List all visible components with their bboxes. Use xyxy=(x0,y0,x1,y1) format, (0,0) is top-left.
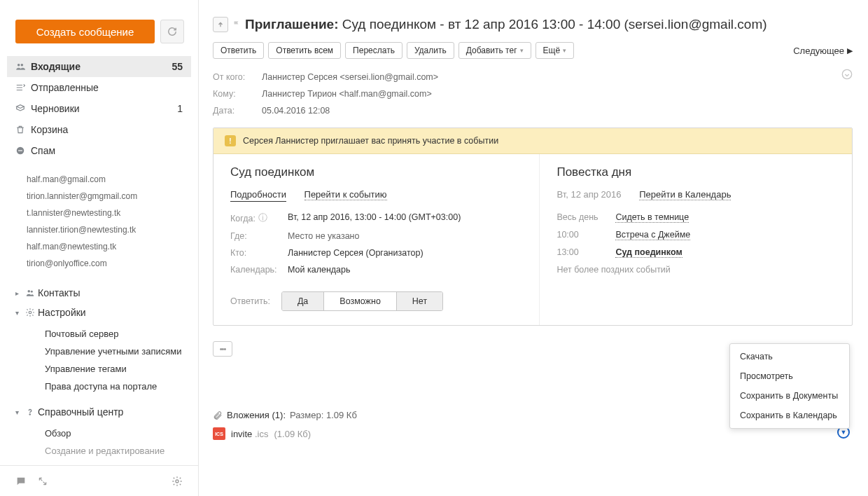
svg-rect-3 xyxy=(18,150,22,151)
account-item[interactable]: lannister.tirion@newtesting.tk xyxy=(27,221,183,238)
reply-all-button[interactable]: Ответить всем xyxy=(268,42,341,59)
invite-details-col: Суд поединком Подробности Перейти к собы… xyxy=(214,154,540,325)
tab-details[interactable]: Подробности xyxy=(230,189,286,202)
paperclip-icon xyxy=(213,411,223,420)
collapse-toggle[interactable]: ••• xyxy=(213,341,232,357)
contacts-label: Контакты xyxy=(38,287,80,298)
menu-download[interactable]: Скачать xyxy=(730,347,849,366)
reply-button[interactable]: Ответить xyxy=(213,42,264,59)
warning-icon: ! xyxy=(225,135,236,146)
gear-icon xyxy=(25,308,38,317)
drafts-icon xyxy=(15,104,31,113)
date-value: 05.04.2016 12:08 xyxy=(262,106,330,116)
svg-point-1 xyxy=(21,64,23,67)
settings-item[interactable]: Права доступа на портале xyxy=(45,378,198,395)
expand-icon[interactable] xyxy=(38,476,48,486)
date-label: Дата: xyxy=(213,106,262,116)
agenda-col: Повестка дня Вт, 12 апр 2016 Перейти в К… xyxy=(540,154,852,325)
folder-sent[interactable]: Отправленные xyxy=(7,77,191,98)
subject: Приглашение: Суд поединком - вт 12 апр 2… xyxy=(245,17,767,32)
folder-label: Корзина xyxy=(31,124,183,135)
sent-icon xyxy=(15,83,31,92)
response-toggle: Да Возможно Нет xyxy=(281,291,443,311)
account-list: half.man@gmail.com tirion.lannister@gmgm… xyxy=(0,171,198,283)
trash-icon xyxy=(15,125,31,135)
menu-preview[interactable]: Просмотреть xyxy=(730,366,849,386)
flag-icon[interactable] xyxy=(232,20,241,29)
contacts-icon xyxy=(25,288,38,298)
menu-save-calendar[interactable]: Сохранить в Календарь xyxy=(730,406,849,425)
attach-size: Размер: 1.09 Кб xyxy=(290,410,357,420)
settings-label: Настройки xyxy=(38,307,86,318)
info-icon: ⓘ xyxy=(258,212,267,224)
account-item[interactable]: half.man@newtesting.tk xyxy=(27,238,183,255)
svg-point-5 xyxy=(31,291,33,293)
agenda-title: Повестка дня xyxy=(556,165,835,179)
sidebar-footer xyxy=(0,465,198,496)
svg-point-9 xyxy=(842,69,851,78)
folder-label: Черновики xyxy=(31,103,177,114)
when-value: Вт, 12 апр 2016, 13:00 - 14:00 (GMT+03:0… xyxy=(288,212,461,224)
meta-expand-icon[interactable] xyxy=(841,69,853,80)
attach-file-name: invite xyxy=(231,429,252,439)
help-item[interactable]: Обзор xyxy=(45,425,198,442)
folder-trash[interactable]: Корзина xyxy=(7,119,191,140)
where-label: Где: xyxy=(230,231,288,241)
calendar-value: Мой календарь xyxy=(288,265,351,275)
invite-banner: ! Серсея Ланнистер приглашает вас принят… xyxy=(214,128,852,154)
where-value: Место не указано xyxy=(288,231,359,241)
goto-calendar-link[interactable]: Перейти в Календарь xyxy=(639,189,731,200)
caret-right-icon: ▸ xyxy=(15,289,25,297)
agenda-event-link[interactable]: Встреча с Джейме xyxy=(615,230,690,240)
account-item[interactable]: tirion.lannister@gmgmail.com xyxy=(27,188,183,205)
invite-card: ! Серсея Ланнистер приглашает вас принят… xyxy=(213,128,853,326)
to-label: Кому: xyxy=(213,89,262,99)
back-button[interactable] xyxy=(213,17,228,32)
contacts-section[interactable]: ▸ Контакты xyxy=(0,283,198,303)
svg-point-6 xyxy=(29,311,31,314)
attach-file-size: (1.09 Кб) xyxy=(274,429,311,439)
refresh-icon xyxy=(167,27,177,36)
agenda-date: Вт, 12 апр 2016 xyxy=(556,189,621,200)
attachment-context-menu: Скачать Просмотреть Сохранить в Документ… xyxy=(729,343,850,429)
goto-event-link[interactable]: Перейти к событию xyxy=(304,189,387,200)
help-label: Справочный центр xyxy=(38,406,123,418)
response-yes[interactable]: Да xyxy=(282,292,324,310)
more-button[interactable]: Ещё▾ xyxy=(536,42,575,59)
add-tag-button[interactable]: Добавить тег▾ xyxy=(458,42,531,59)
folder-label: Спам xyxy=(31,145,183,156)
settings-item[interactable]: Почтовый сервер xyxy=(45,325,198,343)
settings-section[interactable]: ▾ Настройки xyxy=(0,303,198,322)
help-submenu: Обзор Создание и редактирование xyxy=(0,422,198,460)
calendar-label: Календарь: xyxy=(230,265,288,275)
refresh-button[interactable] xyxy=(160,20,184,43)
account-item[interactable]: tirion@onlyoffice.com xyxy=(27,255,183,272)
svg-point-4 xyxy=(28,290,31,293)
response-no[interactable]: Нет xyxy=(397,292,442,310)
delete-button[interactable]: Удалить xyxy=(407,42,454,59)
settings-gear-icon[interactable] xyxy=(172,476,183,487)
response-maybe[interactable]: Возможно xyxy=(324,292,397,310)
agenda-event-link[interactable]: Сидеть в темнице xyxy=(615,212,689,223)
next-message-link[interactable]: Следующее▶ xyxy=(793,46,853,56)
folder-inbox[interactable]: Входящие 55 xyxy=(7,56,191,77)
folder-count: 55 xyxy=(172,61,183,72)
account-item[interactable]: t.lannister@newtesting.tk xyxy=(27,205,183,221)
settings-item[interactable]: Управление тегами xyxy=(45,360,198,378)
spam-icon xyxy=(15,146,31,156)
folder-list: Входящие 55 Отправленные Черновики 1 Кор… xyxy=(0,56,198,171)
settings-item[interactable]: Управление учетными записями xyxy=(45,343,198,360)
help-section[interactable]: ▾ Справочный центр xyxy=(0,402,198,422)
chat-icon[interactable] xyxy=(15,476,27,487)
help-item[interactable]: Создание и редактирование xyxy=(45,442,198,460)
compose-button[interactable]: Создать сообщение xyxy=(15,20,155,43)
folder-drafts[interactable]: Черновики 1 xyxy=(7,98,191,119)
svg-point-0 xyxy=(18,64,20,67)
attachment-item[interactable]: ICS invite .ics (1.09 Кб) xyxy=(213,427,853,440)
folder-spam[interactable]: Спам xyxy=(7,140,191,161)
forward-button[interactable]: Переслать xyxy=(345,42,402,59)
agenda-event-link[interactable]: Суд поединком xyxy=(615,247,682,258)
menu-save-docs[interactable]: Сохранить в Документы xyxy=(730,386,849,406)
account-item[interactable]: half.man@gmail.com xyxy=(27,171,183,188)
message-meta: От кого:Ланнистер Серсея <sersei.lion@gm… xyxy=(213,69,853,119)
